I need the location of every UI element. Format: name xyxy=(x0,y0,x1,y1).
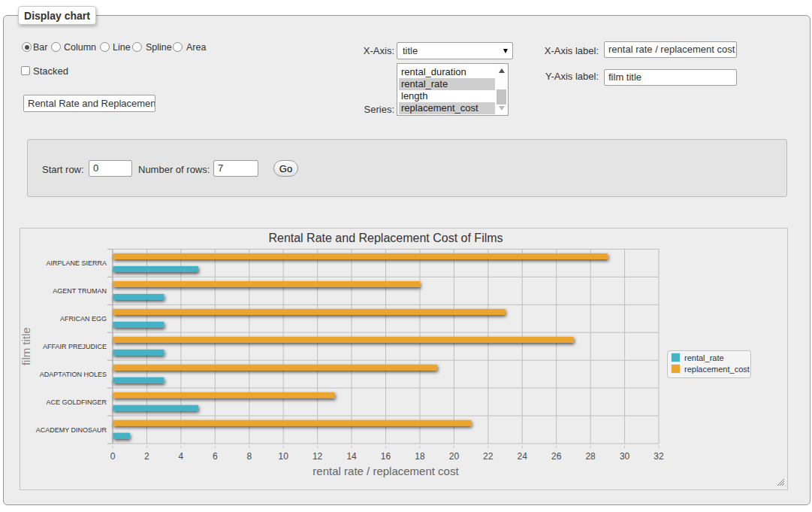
svg-text:ACADEMY DINOSAUR: ACADEMY DINOSAUR xyxy=(36,426,107,434)
svg-text:ACE GOLDFINGER: ACE GOLDFINGER xyxy=(46,398,107,406)
svg-text:20: 20 xyxy=(449,451,460,462)
svg-text:22: 22 xyxy=(483,451,494,462)
svg-text:26: 26 xyxy=(551,451,562,462)
svg-text:8: 8 xyxy=(246,451,252,462)
svg-text:AIRPLANE SIERRA: AIRPLANE SIERRA xyxy=(46,259,107,267)
svg-text:30: 30 xyxy=(620,451,630,462)
svg-text:4: 4 xyxy=(179,451,184,462)
svg-text:AFFAIR PREJUDICE: AFFAIR PREJUDICE xyxy=(43,343,107,350)
svg-text:Rental Rate and Replacement Co: Rental Rate and Replacement Cost of Film… xyxy=(268,232,503,244)
svg-text:24: 24 xyxy=(518,451,528,462)
svg-text:18: 18 xyxy=(415,451,425,462)
svg-text:rental rate / replacement cost: rental rate / replacement cost xyxy=(312,465,459,477)
svg-text:2: 2 xyxy=(144,451,149,462)
svg-text:film title: film title xyxy=(20,327,33,365)
svg-text:12: 12 xyxy=(312,451,323,462)
svg-text:AFRICAN EGG: AFRICAN EGG xyxy=(60,315,107,323)
svg-text:14: 14 xyxy=(346,451,357,462)
svg-text:6: 6 xyxy=(213,451,218,462)
svg-text:32: 32 xyxy=(654,451,664,462)
svg-text:10: 10 xyxy=(279,451,289,462)
svg-text:16: 16 xyxy=(381,451,391,462)
svg-text:replacement_cost: replacement_cost xyxy=(684,365,750,374)
svg-text:rental_rate: rental_rate xyxy=(684,353,724,362)
svg-text:0: 0 xyxy=(110,451,116,462)
svg-text:ADAPTATION HOLES: ADAPTATION HOLES xyxy=(40,371,107,378)
svg-text:28: 28 xyxy=(585,451,596,462)
svg-text:AGENT TRUMAN: AGENT TRUMAN xyxy=(53,287,107,295)
